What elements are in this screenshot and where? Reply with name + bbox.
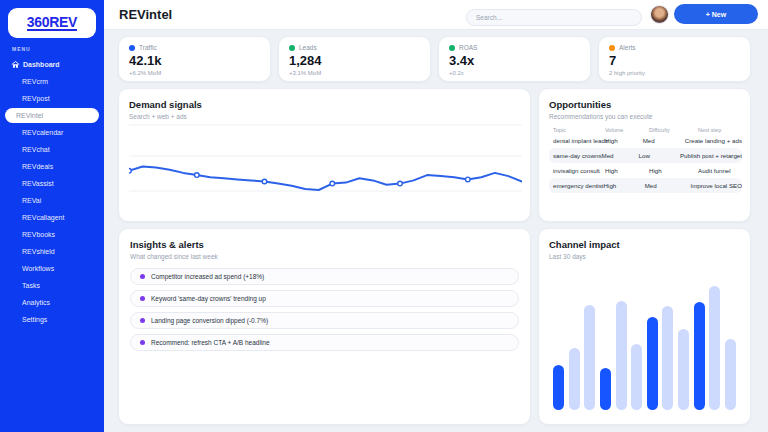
table-row[interactable]: dental implant leadsHighMedCreate landin… (549, 133, 742, 148)
panel-title: Channel impact (549, 239, 740, 250)
panel-subtitle: Search + web + ads (129, 113, 520, 120)
insight-dot-icon (140, 274, 145, 279)
logo[interactable]: 360REV (8, 8, 96, 38)
kpi-label: ROAS (459, 44, 477, 51)
sidebar-item-settings[interactable]: Settings (0, 311, 104, 328)
insight-item[interactable]: Keyword 'same-day crowns' trending up (130, 290, 519, 307)
sidebar-item-revcalendar[interactable]: REVcalendar (0, 124, 104, 141)
table-row[interactable]: emergency dentistHighMedImprove local SE… (549, 178, 742, 193)
insight-dot-icon (140, 340, 145, 345)
avatar[interactable] (650, 5, 669, 24)
insights-panel: Insights & alerts What changed since las… (118, 228, 531, 425)
panel-title: Insights & alerts (130, 239, 519, 250)
insight-list: Competitor increased ad spend (+18%)Keyw… (130, 268, 519, 351)
data-point-marker (466, 177, 471, 182)
table-cell: Med (643, 137, 685, 144)
page-title: REVintel (119, 7, 172, 22)
panel-subtitle: Last 30 days (549, 253, 740, 260)
channel-bar (709, 286, 720, 410)
kpi-header: Leads (289, 44, 420, 51)
search-input[interactable] (466, 9, 642, 26)
channel-bar (662, 306, 673, 410)
channel-bar (647, 317, 658, 410)
data-point-marker (262, 179, 267, 184)
sidebar-item-revpost[interactable]: REVpost (0, 90, 104, 107)
data-point-marker (129, 169, 131, 174)
sidebar-item-tasks[interactable]: Tasks (0, 277, 104, 294)
sidebar-item-analytics[interactable]: Analytics (0, 294, 104, 311)
table-cell: Med (645, 182, 691, 189)
sidebar-item-label: Tasks (22, 282, 40, 289)
kpi-status-dot (609, 45, 615, 51)
sidebar-item-workflows[interactable]: Workflows (0, 260, 104, 277)
insight-item[interactable]: Landing page conversion dipped (-0.7%) (130, 312, 519, 329)
sidebar-item-revshield[interactable]: REVshield (0, 243, 104, 260)
logo-text: 360REV (27, 15, 77, 32)
data-point-marker (398, 181, 403, 186)
home-icon (11, 60, 20, 69)
insight-text: Keyword 'same-day crowns' trending up (151, 295, 266, 302)
table-cell: dental implant leads (553, 137, 605, 144)
opportunities-panel: Opportunities Recommendations you can ex… (538, 88, 751, 222)
sidebar-item-revai[interactable]: REVai (0, 192, 104, 209)
table-cell: emergency dentist (553, 182, 604, 189)
insight-dot-icon (140, 296, 145, 301)
table-cell: High (605, 167, 649, 174)
column-header: Next step (698, 127, 742, 133)
table-cell: same-day crowns (553, 152, 602, 159)
sidebar-item-revdeals[interactable]: REVdeals (0, 158, 104, 175)
sidebar-item-label: REVpost (22, 95, 50, 102)
column-header: Topic (553, 127, 605, 133)
channel-bar (600, 368, 611, 410)
table-body: dental implant leadsHighMedCreate landin… (549, 133, 742, 193)
insight-item[interactable]: Recommend: refresh CTA + A/B headline (130, 334, 519, 351)
sidebar-item-label: Dashboard (23, 61, 60, 68)
table-cell: High (605, 137, 643, 144)
kpi-sublabel: +0.2x (449, 70, 580, 76)
table-row[interactable]: same-day crownsMedLowPublish post + reta… (549, 148, 742, 163)
channel-bar-chart (553, 286, 736, 410)
data-point-marker (195, 173, 200, 178)
sidebar-item-label: Workflows (22, 265, 54, 272)
sidebar-item-revcrm[interactable]: REVcrm (0, 73, 104, 90)
channel-bar (553, 365, 564, 410)
panel-subtitle: Recommendations you can execute (549, 113, 742, 120)
sidebar-item-dashboard[interactable]: Dashboard (0, 56, 104, 73)
kpi-value: 7 (609, 53, 740, 68)
menu-section-label: MENU (12, 46, 104, 52)
sidebar-item-label: REVassist (22, 180, 54, 187)
channel-bar (725, 339, 736, 410)
sidebar-item-revcallagent[interactable]: REVcallagent (0, 209, 104, 226)
table-cell: invisalign consult (553, 167, 605, 174)
kpi-value: 1,284 (289, 53, 420, 68)
sidebar-item-revbooks[interactable]: REVbooks (0, 226, 104, 243)
kpi-card-traffic: Traffic42.1k+6.2% MoM (118, 36, 271, 82)
table-row[interactable]: invisalign consultHighHighAudit funnel (549, 163, 742, 178)
sidebar-item-label: REVintel (16, 112, 43, 119)
kpi-sublabel: +3.1% MoM (289, 70, 420, 76)
channel-bar (694, 302, 705, 410)
table-cell: Med (602, 152, 639, 159)
kpi-sublabel: 2 high priority (609, 70, 740, 76)
sidebar-nav: DashboardREVcrmREVpostREVintelREVcalenda… (0, 56, 104, 328)
kpi-label: Leads (299, 44, 317, 51)
sidebar-item-revintel[interactable]: REVintel (5, 108, 99, 123)
sidebar-item-label: Analytics (22, 299, 50, 306)
insight-dot-icon (140, 318, 145, 323)
kpi-value: 42.1k (129, 53, 260, 68)
table-header: TopicVolumeDifficultyNext step (549, 127, 742, 133)
insight-item[interactable]: Competitor increased ad spend (+18%) (130, 268, 519, 285)
kpi-card-alerts: Alerts72 high priority (598, 36, 751, 82)
header: REVintel + New (104, 0, 768, 30)
channel-impact-panel: Channel impact Last 30 days (538, 228, 751, 425)
sidebar-item-revassist[interactable]: REVassist (0, 175, 104, 192)
new-button[interactable]: + New (674, 4, 758, 24)
sidebar-item-label: REVcalendar (22, 129, 63, 136)
channel-bar (569, 348, 580, 410)
table-cell: High (649, 167, 698, 174)
search-wrap (466, 6, 642, 23)
column-header: Volume (605, 127, 649, 133)
sidebar-item-revchat[interactable]: REVchat (0, 141, 104, 158)
kpi-card-roas: ROAS3.4x+0.2x (438, 36, 591, 82)
sidebar-item-label: REVai (22, 197, 41, 204)
